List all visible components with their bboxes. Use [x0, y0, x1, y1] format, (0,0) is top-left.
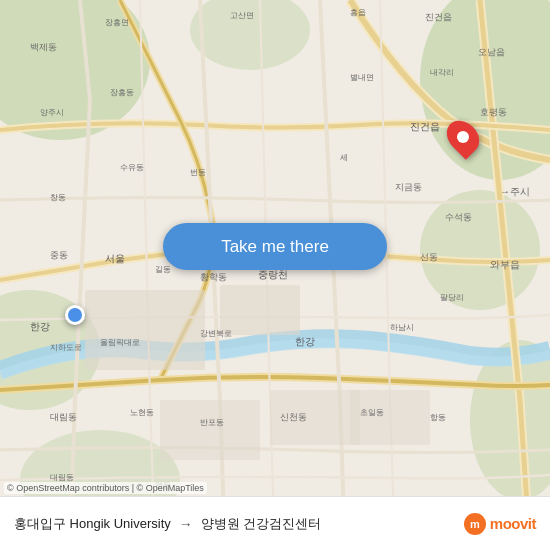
svg-text:세: 세: [340, 153, 348, 162]
svg-text:항동: 항동: [430, 413, 446, 422]
svg-text:길동: 길동: [155, 265, 171, 274]
svg-text:한강: 한강: [295, 336, 315, 347]
svg-text:고산면: 고산면: [230, 11, 254, 20]
svg-text:초일동: 초일동: [360, 408, 384, 417]
svg-text:한강: 한강: [30, 321, 50, 332]
moovit-logo-text: moovit: [490, 515, 536, 532]
svg-text:황학동: 황학동: [200, 272, 227, 282]
destination-marker: [449, 119, 477, 155]
svg-text:중동: 중동: [50, 250, 68, 260]
take-me-there-button[interactable]: Take me there: [163, 223, 387, 270]
svg-text:호평동: 호평동: [480, 107, 507, 117]
svg-text:창동: 창동: [50, 193, 66, 202]
svg-text:중랑천: 중랑천: [258, 269, 288, 280]
svg-rect-8: [85, 290, 205, 370]
destination-label: 양병원 건강검진센터: [201, 515, 322, 533]
svg-text:백제동: 백제동: [30, 42, 57, 52]
svg-text:와부읍: 와부읍: [490, 259, 520, 270]
svg-text:양주시: 양주시: [40, 108, 64, 117]
svg-text:흥읍: 흥읍: [350, 8, 366, 17]
svg-text:별내면: 별내면: [350, 73, 374, 82]
svg-text:지금동: 지금동: [395, 182, 422, 192]
map-background: 백제동 장흥면 고산면 흥읍 진건읍 양주시 장흥동 별내면 내각리 오남읍 진…: [0, 0, 550, 550]
svg-rect-10: [160, 400, 260, 460]
map-container: 백제동 장흥면 고산면 흥읍 진건읍 양주시 장흥동 별내면 내각리 오남읍 진…: [0, 0, 550, 550]
svg-text:반포동: 반포동: [200, 418, 224, 427]
moovit-logo: m moovit: [464, 513, 536, 535]
svg-text:하남시: 하남시: [390, 323, 414, 332]
bottom-bar: 홍대입구 Hongik University → 양병원 건강검진센터 m mo…: [0, 496, 550, 550]
svg-rect-12: [350, 390, 430, 445]
svg-rect-9: [220, 285, 300, 335]
svg-text:m: m: [470, 518, 480, 530]
origin-label: 홍대입구 Hongik University: [14, 515, 171, 533]
svg-text:내각리: 내각리: [430, 68, 454, 77]
svg-point-3: [420, 190, 540, 310]
svg-text:노현동: 노현동: [130, 408, 154, 417]
svg-text:→주시: →주시: [500, 186, 530, 197]
svg-text:오남읍: 오남읍: [478, 47, 505, 57]
svg-text:서울: 서울: [105, 253, 125, 264]
svg-text:팔당리: 팔당리: [440, 293, 464, 302]
svg-text:수석동: 수석동: [445, 212, 472, 222]
svg-text:수유동: 수유동: [120, 163, 144, 172]
svg-text:대림동: 대림동: [50, 412, 77, 422]
svg-text:올림픽대로: 올림픽대로: [100, 338, 140, 347]
svg-text:대림동: 대림동: [50, 473, 74, 482]
svg-text:장흥동: 장흥동: [110, 88, 134, 97]
svg-text:진건읍: 진건읍: [425, 12, 452, 22]
svg-text:번동: 번동: [190, 168, 206, 177]
route-info: 홍대입구 Hongik University → 양병원 건강검진센터: [14, 515, 464, 533]
svg-text:진건읍: 진건읍: [410, 121, 440, 132]
svg-text:지하도로: 지하도로: [50, 343, 82, 352]
svg-text:강변북로: 강변북로: [200, 329, 232, 338]
svg-text:장흥면: 장흥면: [105, 18, 129, 27]
osm-attribution: © OpenStreetMap contributors | © OpenMap…: [4, 482, 207, 494]
origin-marker: [65, 305, 85, 325]
svg-text:신천동: 신천동: [280, 412, 307, 422]
arrow-icon: →: [179, 516, 193, 532]
svg-text:선동: 선동: [420, 252, 438, 262]
moovit-logo-icon: m: [464, 513, 486, 535]
